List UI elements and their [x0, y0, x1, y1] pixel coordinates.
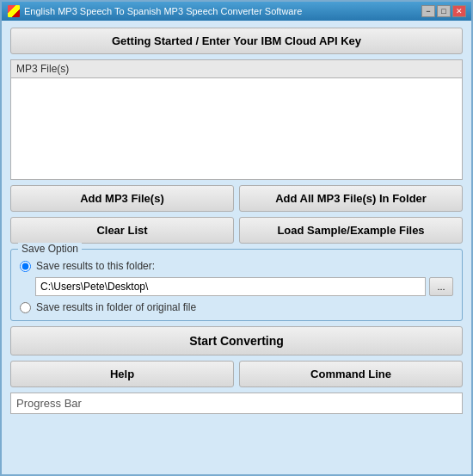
file-list-container: MP3 File(s) — [10, 59, 463, 180]
window-title: English MP3 Speech To Spanish MP3 Speech… — [24, 6, 421, 16]
add-buttons-row: Add MP3 File(s) Add All MP3 File(s) In F… — [10, 185, 463, 212]
save-to-folder-label: Save results to this folder: — [36, 260, 155, 272]
minimize-button[interactable]: − — [421, 5, 435, 17]
add-all-in-folder-button[interactable]: Add All MP3 File(s) In Folder — [239, 185, 463, 212]
get-started-button[interactable]: Getting Started / Enter Your IBM Cloud A… — [10, 28, 463, 54]
main-content: Getting Started / Enter Your IBM Cloud A… — [2, 21, 471, 474]
start-converting-button[interactable]: Start Converting — [10, 326, 463, 355]
maximize-button[interactable]: □ — [437, 5, 451, 17]
main-window: English MP3 Speech To Spanish MP3 Speech… — [0, 0, 473, 476]
clear-load-row: Clear List Load Sample/Example Files — [10, 217, 463, 244]
progress-bar: Progress Bar — [10, 393, 463, 414]
folder-input-row: ... — [20, 277, 453, 296]
save-option-legend: Save Option — [18, 243, 82, 255]
file-list-header: MP3 File(s) — [11, 60, 462, 78]
save-in-original-row: Save results in folder of original file — [20, 301, 453, 313]
clear-list-button[interactable]: Clear List — [10, 217, 234, 244]
add-mp3-button[interactable]: Add MP3 File(s) — [10, 185, 234, 212]
progress-bar-label: Progress Bar — [16, 397, 82, 410]
file-list-body — [11, 78, 462, 179]
title-bar: English MP3 Speech To Spanish MP3 Speech… — [2, 2, 471, 21]
save-to-folder-row: Save results to this folder: — [20, 260, 453, 272]
window-controls: − □ ✕ — [421, 5, 466, 17]
help-cmdline-row: Help Command Line — [10, 361, 463, 387]
command-line-button[interactable]: Command Line — [239, 361, 463, 387]
app-icon — [7, 4, 21, 18]
save-in-original-radio[interactable] — [20, 302, 31, 313]
save-option-group: Save Option Save results to this folder:… — [10, 249, 463, 321]
save-to-folder-radio[interactable] — [20, 261, 31, 272]
help-button[interactable]: Help — [10, 361, 234, 387]
folder-path-input[interactable] — [35, 277, 426, 296]
close-button[interactable]: ✕ — [452, 5, 466, 17]
save-in-original-label: Save results in folder of original file — [36, 301, 196, 313]
browse-button[interactable]: ... — [429, 277, 453, 296]
load-sample-button[interactable]: Load Sample/Example Files — [239, 217, 463, 244]
